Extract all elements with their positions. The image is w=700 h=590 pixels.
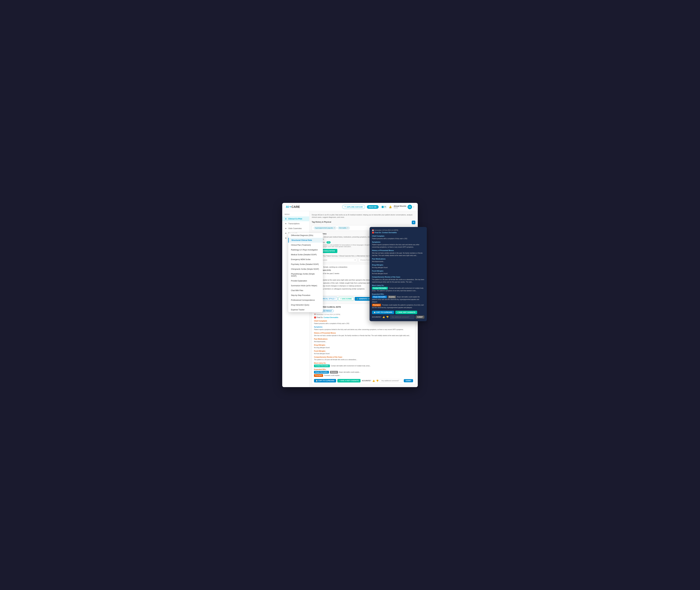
clinical-style-chevron: ▾ [335,298,335,300]
ddx1-tag: Atopic Dermatitis [314,371,329,374]
dropdown-item-professional-correspondence[interactable]: Professional Correspondence [288,298,323,302]
settings-icon-btn[interactable]: ⚙ [412,221,415,224]
fc-past-meds-heading: Past Medications [372,258,424,260]
submit-button[interactable]: SUBMIT [404,379,413,382]
ddx1-text: Atopic dermatitis could explain... [339,371,360,373]
dropdown-item-medical-scribe[interactable]: Medical Scribe (Detailed SOAP) [288,252,323,257]
documents-icon: ✦ [285,232,287,234]
tag-dermatitis[interactable]: Dermatitis ✕ [338,226,350,229]
notifications-icon[interactable]: 🔔 [389,205,392,208]
fc-drug-allergies-heading: Drug Allergies [372,264,424,266]
fc-symptoms-text: Patient reports symptoms limited to the … [372,243,424,248]
fc-ddx1-badge: Eczema [388,296,396,298]
tag-hyperpigmented[interactable]: hyperpigmented papules ✕ [314,226,336,229]
read-me-button[interactable]: READ ME [367,205,379,209]
speaker-toggle[interactable]: ON [327,241,331,243]
comment-input[interactable] [380,379,403,382]
app-description: Docspe AiCare is an AI co-pilot, that wo… [312,214,415,218]
fc-expanded-ddx-2: Psoriasis Psoriasis could explain the pa… [372,304,424,309]
generate-icon: ⚡ [356,298,358,300]
fc-expanded-ddx-heading: Expanded DDx: [372,293,424,295]
dropdown-item-psychiatry-scribe[interactable]: Psychiatry Scribe (Detailed SOAP) [288,262,323,267]
header-right: ✦ EXPLORE OUR EHR READ ME ☀ 🔔 Ahmad Shoc… [342,205,414,209]
tag-remove-icon[interactable]: ✕ [347,227,348,229]
dropdown-item-provide-explanation[interactable]: Provide Explanation [288,278,323,283]
fc-expanded-ddx-1: Atopic Dermatitis Eczema Atopic dermatit… [372,296,424,303]
fc-comprehensive-heading: Comprehensive Review of the Case: [372,276,424,278]
final-dx-label: Final Dx: [317,316,323,318]
tag-remove-icon[interactable]: ✕ [334,227,335,229]
toggle-icon: ☀ [384,206,386,208]
chevron-down-icon[interactable]: ▾ [413,206,414,208]
dropdown-item-chiropractic[interactable]: Chiropractic Scribe (Simple SOAP) [288,267,323,272]
sidebar-item-label: Visits Casenotes [288,227,302,229]
dropdown-item-step-by-step[interactable]: Step-by-Step Procedure [288,293,323,298]
dropdown-item-radiology[interactable]: Radiology & X-Rays Investigation [288,248,323,252]
save-visit-casenote-button[interactable]: + SAVE A VISIT CASENOTE [337,379,361,382]
dropdown-item-physiotherapy[interactable]: Physiotherapy Scribe (Simple SOAP) [288,272,323,278]
history-text: She has not had a similar episode in the… [314,334,413,337]
dropdown-item-summarize-article[interactable]: Summarize Article (arXiv Helper) [288,283,323,288]
fc-chief-complaint-heading: Chief Complain: [372,235,424,237]
fc-save-label: + SAVE VISIT CASENOTE [397,312,415,313]
final-dx-value: Contact Dermatitis [324,316,338,318]
fc-symptoms-heading: Symptoms [372,241,424,243]
most-likely-heading: Most Likely Dx: [314,362,413,364]
fc-drug-allergies-text: No drug allergies found [372,266,424,269]
final-dx-label-icon: 🟥 [314,316,316,318]
dropdown-item-emergency-mdm[interactable]: Emergency MDM Scribe [288,257,323,262]
explore-icon: ✦ [344,206,346,208]
save-scribe-button[interactable]: + SAVE SCRIBE [338,297,354,301]
fc-thumbs-down-icon[interactable]: 👎 [386,316,389,318]
dropdown-menu: Differential Diagnosis (DDx) Structured … [288,233,323,312]
save-visit-label: + SAVE A VISIT CASENOTE [339,380,359,382]
most-likely-detail: Contact dermatitis with involvement of m… [331,365,371,367]
dropdown-item-ddx[interactable]: Differential Diagnosis (DDx) [288,233,323,238]
floating-result-card: 📅 Generated: 10-Feb-2024 (14:30PM) 🟥 Fin… [370,227,427,321]
most-likely-text: Contact Dermatitis Contact dermatitis wi… [314,365,413,367]
thumbs-down-icon[interactable]: 👎 [376,380,379,382]
generated-date-text: Generated: 10-Feb-2024 (14:30PM) [316,314,340,315]
most-likely-dx-tag: Contact Dermatitis [314,365,330,367]
chief-complaint-text: Patient presents with a complaint of Itc… [314,322,413,325]
logo-ai: AI [286,205,289,209]
theme-toggle[interactable]: ☀ [380,205,387,208]
fc-copy-clipboard-button[interactable]: 📋 COPY TO CLIPBOARD [372,311,394,314]
fc-thumbs-up-icon[interactable]: 👍 [382,316,385,318]
bottom-bar: 📋 COPY TO CLIPBOARD + SAVE A VISIT CASEN… [314,379,413,382]
visits-icon: ✦ [285,227,287,230]
dropdown-item-drug-interaction[interactable]: Drug Interaction Query [288,302,323,307]
fc-save-visit-button[interactable]: + SAVE VISIT CASENOTE [395,311,417,314]
comprehensive-text: The patient is a 33-year-old female who … [314,359,413,361]
transcriptions-icon: ✦ [285,222,287,225]
fc-ddx2-tag: Psoriasis [372,304,381,306]
food-allergies-heading: Food Allergies [314,350,413,352]
thumbs-up-icon[interactable]: 👍 [372,380,375,382]
explore-ehr-button[interactable]: ✦ EXPLORE OUR EHR [342,205,365,209]
fc-date-text: Generated: 10-Feb-2024 (14:30PM) [374,229,398,231]
fc-comment-input[interactable] [390,315,414,319]
ddx2-text: Psoriasis could explain... [324,375,341,376]
save-scribe-label: SAVE SCRIBE [342,298,352,300]
expanded-ddx-2: Psoriasis Psoriasis could explain... [314,374,413,377]
sidebar-item-visits-casenotes[interactable]: ✦ Visits Casenotes [282,226,309,231]
sidebar-item-transcriptions[interactable]: ✦ Transcriptions [282,221,309,226]
dropdown-item-structured[interactable]: Structured Clinical Note [288,238,323,242]
calendar-icon: 📅 [314,314,316,315]
menu-label: MENU [282,214,309,216]
fc-copy-label: COPY TO CLIPBOARD [376,312,392,313]
fc-final-dx-text: Final Dx: Contact Dermatitis [374,232,397,233]
symptoms-heading: Symptoms [314,326,413,328]
comprehensive-heading: Comprehensive Review of the Case: [314,356,413,358]
dropdown-item-expense-tracker[interactable]: Expense Tracker [288,307,323,312]
dropdown-item-chat-with-files[interactable]: Chat With Files [288,288,323,293]
fc-submit-button[interactable]: SUBMIT [416,315,424,319]
copy-clipboard-button[interactable]: 📋 COPY TO CLIPBOARD [314,379,336,382]
fc-ddx1-tag: Atopic Dermatitis [372,296,387,298]
sidebar-item-clinical-copilot[interactable]: ⚕ Clinical Co-Pilot [282,216,309,221]
fc-comprehensive-text: The patient is a 36-year-old female who … [372,278,424,283]
tag-label: hyperpigmented papules [315,227,333,229]
aicare-store-icon: ✦ [285,237,287,239]
sidebar-item-label: Transcriptions [288,223,299,225]
dropdown-item-clinical-plan[interactable]: Clinical Plan (Treatment) [288,242,323,248]
